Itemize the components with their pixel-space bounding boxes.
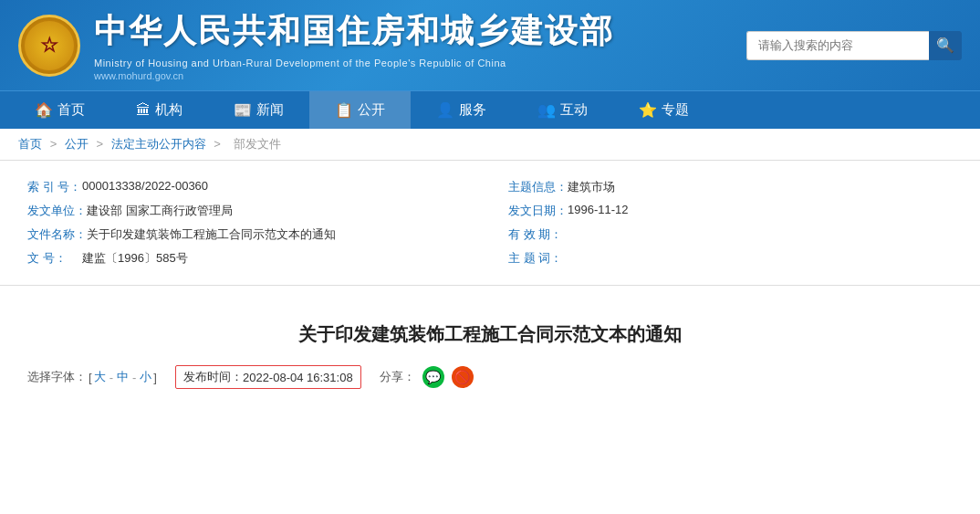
meta-row-issuer: 发文单位： 建设部 国家工商行政管理局 — [27, 203, 472, 219]
breadcrumb-sep3: > — [214, 137, 224, 151]
breadcrumb-home[interactable]: 首页 — [18, 137, 42, 151]
emblem-inner: ☆ — [25, 21, 74, 70]
font-bracket-open: [ — [89, 371, 92, 384]
meta-row-title: 文件名称： 关于印发建筑装饰工程施工合同示范文本的通知 — [27, 226, 472, 243]
interaction-icon: 👥 — [537, 101, 556, 119]
meta-row-index: 索 引 号： 000013338/2022-00360 — [27, 179, 472, 195]
article-controls: 选择字体： [ 大 - 中 - 小 ] 发布时间： 2022-08-04 16:… — [27, 365, 953, 389]
font-size-selector: 选择字体： [ 大 - 中 - 小 ] — [27, 369, 157, 385]
header-title-block: 中华人民共和国住房和城乡建设部 Ministry of Housing and … — [94, 9, 614, 81]
doc-title-value: 关于印发建筑装饰工程施工合同示范文本的通知 — [87, 226, 336, 243]
breadcrumb: 首页 > 公开 > 法定主动公开内容 > 部发文件 — [0, 129, 980, 161]
open-icon: 📋 — [335, 101, 353, 119]
meta-section-right: 主题信息： 建筑市场 发文日期： 1996-11-12 有 效 期： 主 题 词… — [508, 179, 953, 267]
publish-datetime: 2022-08-04 16:31:08 — [243, 371, 353, 384]
home-icon: 🏠 — [35, 101, 53, 119]
nav-label-service: 服务 — [459, 101, 486, 119]
breadcrumb-sep1: > — [50, 137, 60, 151]
share-weibo-btn[interactable]: 🚫 — [452, 366, 474, 388]
font-bracket-close: ] — [153, 371, 157, 384]
search-input[interactable] — [746, 31, 929, 60]
search-button[interactable]: 🔍 — [929, 31, 962, 60]
search-bar: 🔍 — [746, 31, 962, 60]
meta-row-docno: 文 号： 建监〔1996〕585号 — [27, 250, 472, 267]
nav-item-open[interactable]: 📋 公开 — [309, 91, 411, 129]
meta-row-keywords: 主 题 词： — [508, 250, 953, 267]
page-header: ☆ 中华人民共和国住房和城乡建设部 Ministry of Housing an… — [0, 0, 980, 90]
meta-row-date: 发文日期： 1996-11-12 — [508, 203, 953, 219]
breadcrumb-current: 部发文件 — [234, 137, 281, 151]
valid-label: 有 效 期： — [508, 226, 563, 243]
index-value: 000013338/2022-00360 — [82, 179, 208, 193]
font-large-btn[interactable]: 大 — [94, 369, 106, 385]
nav-item-home[interactable]: 🏠 首页 — [9, 91, 110, 129]
topic-value: 建筑市场 — [568, 179, 615, 195]
search-icon: 🔍 — [936, 37, 954, 54]
topic-label: 主题信息： — [508, 179, 568, 195]
share-wechat-btn[interactable]: 💬 — [422, 366, 444, 388]
font-medium-btn[interactable]: 中 — [117, 369, 129, 385]
publish-time-box: 发布时间： 2022-08-04 16:31:08 — [175, 365, 361, 389]
meta-section-left: 索 引 号： 000013338/2022-00360 发文单位： 建设部 国家… — [27, 179, 472, 267]
breadcrumb-open[interactable]: 公开 — [65, 137, 89, 151]
meta-row-valid: 有 效 期： — [508, 226, 953, 243]
special-icon: ⭐ — [639, 101, 657, 119]
docno-label: 文 号： — [27, 250, 82, 267]
article-area: 关于印发建筑装饰工程施工合同示范文本的通知 选择字体： [ 大 - 中 - 小 … — [0, 286, 980, 416]
nav-label-news: 新闻 — [256, 101, 284, 119]
nav-label-open: 公开 — [358, 101, 385, 119]
doc-title-label: 文件名称： — [27, 226, 87, 243]
weibo-icon: 🚫 — [454, 370, 470, 384]
site-title-cn: 中华人民共和国住房和城乡建设部 — [94, 9, 614, 54]
font-size-label: 选择字体： — [27, 369, 87, 385]
institution-icon: 🏛 — [136, 102, 151, 119]
nav-label-home: 首页 — [57, 101, 85, 119]
index-label: 索 引 号： — [27, 179, 82, 195]
nav-item-news[interactable]: 📰 新闻 — [208, 91, 309, 129]
issuer-label: 发文单位： — [27, 203, 87, 219]
nav-label-special: 专题 — [662, 101, 689, 119]
news-icon: 📰 — [234, 101, 252, 119]
logo-emblem: ☆ — [18, 15, 80, 77]
nav-item-interaction[interactable]: 👥 互动 — [512, 91, 613, 129]
meta-table: 索 引 号： 000013338/2022-00360 发文单位： 建设部 国家… — [27, 179, 953, 267]
breadcrumb-mandatory[interactable]: 法定主动公开内容 — [111, 137, 206, 151]
main-nav: 🏠 首页 🏛 机构 📰 新闻 📋 公开 👤 服务 👥 互动 ⭐ 专题 — [0, 90, 980, 129]
article-title: 关于印发建筑装饰工程施工合同示范文本的通知 — [27, 322, 953, 347]
date-value: 1996-11-12 — [568, 203, 629, 216]
docno-value: 建监〔1996〕585号 — [82, 250, 188, 267]
site-title-en: Ministry of Housing and Urban-Rural Deve… — [94, 58, 614, 68]
nav-label-interaction: 互动 — [560, 101, 588, 119]
nav-item-special[interactable]: ⭐ 专题 — [613, 91, 714, 129]
wechat-icon: 💬 — [425, 370, 441, 384]
keywords-label: 主 题 词： — [508, 250, 563, 267]
share-area: 分享： 💬 🚫 — [380, 366, 474, 388]
breadcrumb-sep2: > — [96, 137, 106, 151]
site-url: www.mohurd.gov.cn — [94, 70, 614, 81]
issuer-value: 建设部 国家工商行政管理局 — [87, 203, 233, 219]
service-icon: 👤 — [436, 101, 454, 119]
meta-row-topic: 主题信息： 建筑市场 — [508, 179, 953, 195]
nav-item-service[interactable]: 👤 服务 — [411, 91, 512, 129]
nav-label-institution: 机构 — [155, 101, 182, 119]
font-small-btn[interactable]: 小 — [140, 369, 151, 385]
share-label: 分享： — [380, 369, 415, 385]
publish-label: 发布时间： — [183, 369, 243, 385]
document-meta: 索 引 号： 000013338/2022-00360 发文单位： 建设部 国家… — [0, 161, 980, 286]
nav-item-institution[interactable]: 🏛 机构 — [110, 91, 208, 129]
date-label: 发文日期： — [508, 203, 568, 219]
